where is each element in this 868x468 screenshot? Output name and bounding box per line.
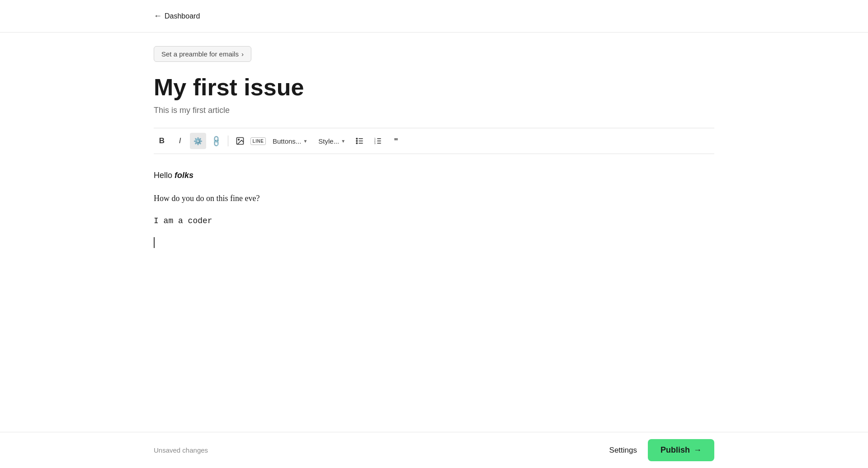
svg-point-1 [238,139,240,140]
settings-button[interactable]: Settings [609,446,637,455]
svg-point-6 [356,140,358,142]
unsaved-changes-label: Unsaved changes [154,446,208,454]
issue-title: My first issue [154,75,714,100]
toolbar-divider-1 [228,136,228,146]
svg-text:3.: 3. [374,142,376,145]
image-button[interactable] [232,133,248,149]
unordered-list-button[interactable] [352,133,368,149]
editor-toolbar: B I ⚙️ 🔗 LINE Buttons... ▼ [154,128,714,154]
cursor-line [154,237,714,248]
style-chevron-icon: ▼ [341,139,345,144]
publish-arrow-icon: → [693,445,702,455]
back-link[interactable]: ← Dashboard [154,11,200,21]
ordered-list-button[interactable]: 1. 2. 3. [370,133,386,149]
top-nav: ← Dashboard [0,0,868,33]
image-icon [236,136,245,145]
line-button[interactable]: LINE [250,133,266,149]
publish-button[interactable]: Publish → [648,439,714,461]
style-dropdown[interactable]: Style... ▼ [314,135,350,148]
unordered-list-icon [355,136,364,145]
buttons-dropdown[interactable]: Buttons... ▼ [268,135,312,148]
svg-point-5 [356,138,358,140]
back-label: Dashboard [165,12,200,20]
buttons-chevron-icon: ▼ [303,139,307,144]
style-dropdown-label: Style... [318,137,339,145]
emoji-icon: ⚙️ [193,137,203,145]
preamble-chevron-icon: › [241,50,244,58]
content-line-2: How do you do on this fine eve? [154,192,714,206]
back-arrow-icon: ← [154,11,162,21]
link-button[interactable]: 🔗 [208,133,224,149]
content-folks-text: folks [175,171,193,180]
svg-point-7 [356,143,358,144]
buttons-dropdown-label: Buttons... [273,137,301,145]
ordered-list-icon: 1. 2. 3. [373,136,382,145]
blockquote-button[interactable]: " [388,133,404,149]
publish-label: Publish [660,445,690,455]
line-icon: LINE [250,137,266,145]
bottom-bar: Unsaved changes Settings Publish → [0,432,868,468]
issue-subtitle: This is my first article [154,106,714,115]
bottom-right-actions: Settings Publish → [609,439,714,461]
preamble-label: Set a preamble for emails [161,50,239,58]
text-cursor [154,237,155,248]
italic-button[interactable]: I [172,133,188,149]
main-content: Set a preamble for emails › My first iss… [0,33,868,302]
content-line-3: I am a coder [154,214,714,228]
bold-button[interactable]: B [154,133,170,149]
link-icon: 🔗 [209,134,223,148]
editor-content[interactable]: Hello folks How do you do on this fine e… [154,168,714,248]
preamble-button[interactable]: Set a preamble for emails › [154,46,251,62]
content-hello-text: Hello [154,171,175,180]
emoji-button[interactable]: ⚙️ [190,133,206,149]
blockquote-icon: " [394,137,398,145]
content-line-1: Hello folks [154,168,714,183]
